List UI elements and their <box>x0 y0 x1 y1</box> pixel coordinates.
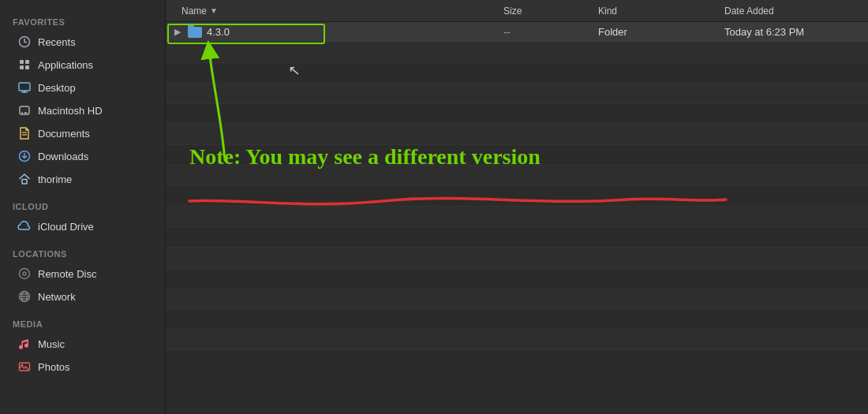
table-row-empty <box>166 166 868 186</box>
sidebar-item-downloads[interactable]: Downloads <box>5 145 160 167</box>
sidebar-item-thorime[interactable]: thorime <box>5 168 160 190</box>
table-row-empty <box>166 145 868 166</box>
svg-rect-17 <box>22 180 27 185</box>
svg-point-18 <box>20 269 30 279</box>
folder-icon <box>188 27 202 38</box>
svg-rect-7 <box>19 83 30 91</box>
sidebar-item-label: Recents <box>38 36 76 48</box>
sidebar-item-desktop[interactable]: Desktop <box>5 76 160 99</box>
sidebar-item-label: Documents <box>38 128 90 140</box>
table-row-empty <box>166 207 868 227</box>
svg-rect-4 <box>25 60 29 64</box>
svg-rect-3 <box>20 60 24 64</box>
sidebar-item-label: Photos <box>38 361 69 373</box>
downloads-icon <box>17 149 32 163</box>
sidebar-item-label: Downloads <box>38 151 88 162</box>
column-size-label: Size <box>503 6 522 17</box>
disclosure-triangle[interactable]: ▶ <box>172 27 183 38</box>
table-row-empty <box>166 330 868 350</box>
column-date-label: Date Added <box>724 6 774 17</box>
sidebar-item-label: Macintosh HD <box>38 105 103 117</box>
table-row-empty <box>166 43 868 63</box>
sidebar-item-applications[interactable]: Applications <box>5 54 160 76</box>
column-kind-label: Kind <box>598 6 617 17</box>
table-row-empty <box>166 268 868 289</box>
table-row-empty <box>166 289 868 309</box>
photos-icon <box>17 360 32 374</box>
icloud-header: iCloud <box>0 191 165 214</box>
table-body: ▶ 4.3.0 -- Folder Today at 6:23 PM <box>166 22 868 414</box>
table-header: Name ▼ Size Kind Date Added <box>166 0 868 22</box>
disc-icon <box>17 267 32 281</box>
doc-icon <box>17 126 32 140</box>
clock-icon <box>17 35 32 49</box>
table-row-empty <box>166 63 868 84</box>
media-header: Media <box>0 308 165 332</box>
table-row-empty <box>166 104 868 125</box>
desktop-icon <box>17 80 32 95</box>
favorites-header: Favorites <box>0 6 165 30</box>
svg-rect-5 <box>20 65 24 69</box>
sidebar-item-label: Network <box>38 291 76 303</box>
sidebar-item-macintosh[interactable]: Macintosh HD <box>5 99 160 121</box>
sidebar-item-label: iCloud Drive <box>38 221 94 233</box>
row-name-cell: ▶ 4.3.0 <box>166 26 497 38</box>
cloud-icon <box>17 219 32 233</box>
table-row[interactable]: ▶ 4.3.0 -- Folder Today at 6:23 PM <box>166 22 868 43</box>
locations-header: Locations <box>0 238 165 262</box>
sidebar-item-documents[interactable]: Documents <box>5 122 160 144</box>
drive-icon <box>17 103 32 117</box>
home-icon <box>17 172 32 186</box>
sort-arrow-icon: ▼ <box>210 6 218 15</box>
sidebar-item-photos[interactable]: Photos <box>5 356 160 378</box>
column-name[interactable]: Name ▼ <box>166 6 497 17</box>
row-size-cell: -- <box>497 26 592 38</box>
sidebar-item-label: Music <box>38 338 65 350</box>
sidebar-item-label: Desktop <box>38 82 76 94</box>
table-row-empty <box>166 309 868 330</box>
sidebar-item-network[interactable]: Network <box>5 285 160 308</box>
table-row-empty <box>166 125 868 145</box>
table-row-empty <box>166 248 868 268</box>
network-icon <box>17 289 32 304</box>
column-size[interactable]: Size <box>497 6 592 17</box>
svg-rect-6 <box>25 65 29 69</box>
sidebar-item-recents[interactable]: Recents <box>5 31 160 53</box>
table-row-empty <box>166 227 868 248</box>
sidebar-item-music[interactable]: Music <box>5 333 160 355</box>
main-content: Name ▼ Size Kind Date Added ▶ 4.3.0 -- <box>166 0 868 414</box>
sidebar-item-label: Applications <box>38 59 93 71</box>
svg-point-19 <box>23 272 26 275</box>
grid-icon <box>17 58 32 72</box>
row-name-label: 4.3.0 <box>207 26 230 38</box>
table-row-empty <box>166 186 868 207</box>
sidebar-item-remote-disc[interactable]: Remote Disc <box>5 263 160 285</box>
sidebar-item-label: Remote Disc <box>38 268 96 280</box>
row-date-cell: Today at 6:23 PM <box>718 26 868 38</box>
table-row-empty <box>166 84 868 104</box>
music-icon <box>17 337 32 351</box>
sidebar-item-label: thorime <box>38 173 72 185</box>
sidebar: Favorites Recents Applications <box>0 0 166 414</box>
sidebar-item-icloud[interactable]: iCloud Drive <box>5 215 160 237</box>
column-date[interactable]: Date Added <box>718 6 868 17</box>
column-kind[interactable]: Kind <box>592 6 718 17</box>
row-kind-cell: Folder <box>592 26 718 38</box>
column-name-label: Name <box>181 6 207 17</box>
